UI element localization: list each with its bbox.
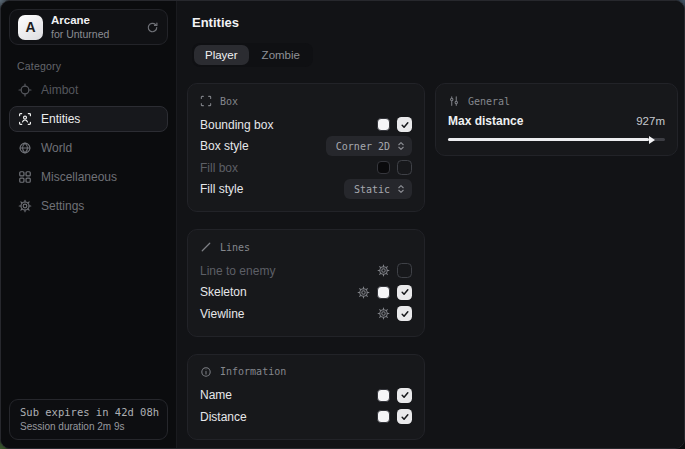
sidebar-item-aimbot[interactable]: Aimbot [9,77,168,103]
sidebar: A Arcane for Unturned Category [1,1,177,448]
general-card-title: General [468,96,510,107]
box-card-title: Box [220,96,238,107]
fill-style-label: Fill style [200,182,243,196]
sidebar-item-label: Settings [41,199,84,213]
color-swatch[interactable] [377,410,390,423]
box-style-row: Box style Corner 2D [200,136,412,158]
sidebar-item-label: World [41,141,72,155]
max-distance-slider[interactable] [448,138,665,141]
viewline-checkbox[interactable] [397,306,412,321]
app-subtitle: for Unturned [51,28,109,40]
max-distance-value: 927m [636,115,665,127]
line-icon [200,241,212,253]
info-icon [200,366,212,378]
color-swatch[interactable] [377,118,390,131]
box-card: Box Bounding box Box style [187,83,425,212]
grid-icon [18,170,32,184]
box-style-dropdown[interactable]: Corner 2D [326,136,412,156]
crosshair-icon [18,83,32,97]
entity-tabs: Player Zombie [192,43,313,67]
app-window: A Arcane for Unturned Category [0,0,685,449]
distance-checkbox[interactable] [397,409,412,424]
sync-icon[interactable] [146,21,159,34]
sidebar-item-miscellaneous[interactable]: Miscellaneous [9,164,168,190]
skeleton-label: Skeleton [200,285,247,299]
bounding-box-row: Bounding box [200,114,412,136]
slider-fill [448,138,649,141]
viewline-row: Viewline [200,303,412,325]
name-checkbox[interactable] [397,388,412,403]
page-title: Entities [192,15,678,30]
unfold-icon [396,184,406,194]
app-logo: A [18,15,43,40]
unfold-icon [396,141,406,151]
bounding-box-label: Bounding box [200,118,273,132]
line-to-enemy-row: Line to enemy [200,260,412,282]
name-row: Name [200,385,412,407]
skeleton-checkbox[interactable] [397,285,412,300]
fill-box-row: Fill box [200,157,412,179]
line-to-enemy-checkbox[interactable] [397,263,412,278]
app-title: Arcane [51,14,109,27]
information-card-title: Information [220,366,286,377]
color-swatch[interactable] [377,161,390,174]
sidebar-nav: Aimbot Entities [9,77,168,219]
subscription-expiry: Sub expires in 42d 08h [20,406,157,418]
person-scan-icon [18,112,32,126]
category-label: Category [17,60,168,72]
fill-box-checkbox[interactable] [397,160,412,175]
general-card: General Max distance 927m [435,83,678,156]
distance-row: Distance [200,406,412,428]
sliders-icon [448,95,460,107]
max-distance-label: Max distance [448,114,523,128]
sidebar-item-world[interactable]: World [9,135,168,161]
fill-box-label: Fill box [200,161,238,175]
globe-icon [18,141,32,155]
fill-style-value: Static [354,184,390,195]
session-duration: Session duration 2m 9s [20,421,157,432]
app-logo-card: A Arcane for Unturned [9,9,168,45]
sidebar-item-label: Miscellaneous [41,170,117,184]
distance-label: Distance [200,410,247,424]
tab-player[interactable]: Player [194,45,249,65]
subscription-card: Sub expires in 42d 08h Session duration … [9,399,168,440]
main-panel: Entities Player Zombie Box [177,1,684,448]
sidebar-item-entities[interactable]: Entities [9,106,168,132]
information-card: Information Name Distance [187,354,425,440]
skeleton-row: Skeleton [200,282,412,304]
color-swatch[interactable] [377,389,390,402]
tab-zombie[interactable]: Zombie [251,45,311,65]
lines-card: Lines Line to enemy [187,229,425,337]
fill-style-row: Fill style Static [200,179,412,201]
row-settings-gear-icon[interactable] [377,307,390,320]
sidebar-item-settings[interactable]: Settings [9,193,168,219]
row-settings-gear-icon[interactable] [357,286,370,299]
frame-icon [200,95,212,107]
sidebar-item-label: Aimbot [41,83,78,97]
lines-card-title: Lines [220,242,250,253]
gear-icon [18,199,32,213]
slider-thumb[interactable] [649,136,655,144]
sidebar-item-label: Entities [41,112,80,126]
fill-style-dropdown[interactable]: Static [344,179,412,199]
name-label: Name [200,388,232,402]
color-swatch[interactable] [377,286,390,299]
box-style-value: Corner 2D [336,141,390,152]
row-settings-gear-icon[interactable] [377,264,390,277]
bounding-box-checkbox[interactable] [397,117,412,132]
line-to-enemy-label: Line to enemy [200,264,275,278]
viewline-label: Viewline [200,307,244,321]
box-style-label: Box style [200,139,249,153]
